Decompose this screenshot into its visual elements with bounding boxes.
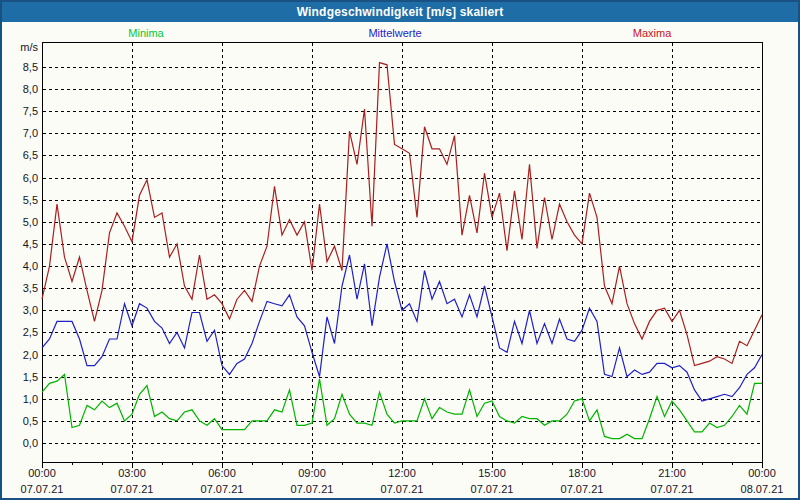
x-axis-date-label: 07.07.21 [280,483,344,496]
x-axis-time-label: 15:00 [460,467,524,480]
x-axis-date-label: 07.07.21 [460,483,524,496]
y-axis-label: 7,5 [2,104,38,118]
x-axis-time-label: 09:00 [280,467,344,480]
y-axis-label: 8,0 [2,82,38,96]
x-axis-date-label: 08.07.21 [730,483,794,496]
y-axis-label: 1,5 [2,370,38,384]
y-axis-label: 6,0 [2,171,38,185]
y-axis-label: 2,0 [2,348,38,362]
x-axis-time-label: 00:00 [730,467,794,480]
y-axis-label: 8,5 [2,60,38,74]
x-axis-time-label: 03:00 [100,467,164,480]
x-axis-date-label: 07.07.21 [10,483,74,496]
y-axis-label: 6,5 [2,148,38,162]
x-axis-time-label: 00:00 [10,467,74,480]
y-axis-label: 2,5 [2,325,38,339]
x-axis-time-label: 18:00 [550,467,614,480]
y-axis-label: 5,5 [2,193,38,207]
y-axis-label: 0,0 [2,436,38,450]
y-axis-label: 4,0 [2,259,38,273]
x-axis-time-label: 06:00 [190,467,254,480]
y-axis-label: 4,5 [2,237,38,251]
x-axis-date-label: 07.07.21 [550,483,614,496]
y-axis-label: 0,5 [2,414,38,428]
x-axis-date-label: 07.07.21 [370,483,434,496]
y-axis-label: 5,0 [2,215,38,229]
y-axis-label: 3,0 [2,303,38,317]
y-axis-label: 3,5 [2,281,38,295]
x-axis-date-label: 07.07.21 [190,483,254,496]
y-axis-label: 7,0 [2,126,38,140]
x-axis-time-label: 21:00 [640,467,704,480]
app-window: Windgeschwindigkeit [m/s] skaliert Minim… [0,0,800,500]
x-axis-time-label: 12:00 [370,467,434,480]
y-axis-label: 1,0 [2,392,38,406]
x-axis-date-label: 07.07.21 [100,483,164,496]
chart-plot-area [2,2,800,500]
x-axis-date-label: 07.07.21 [640,483,704,496]
